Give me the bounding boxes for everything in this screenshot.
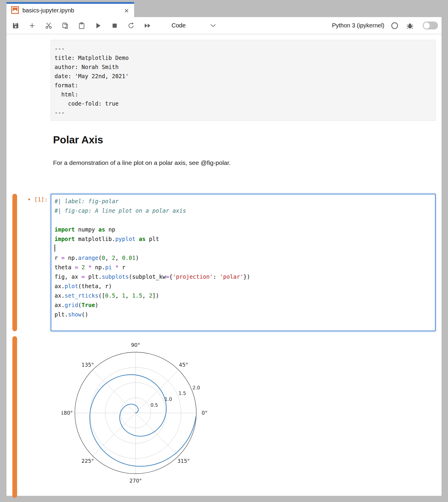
svg-text:90°: 90° bbox=[131, 342, 140, 348]
svg-text:315°: 315° bbox=[177, 458, 190, 464]
svg-text:0°: 0° bbox=[202, 410, 207, 416]
paste-icon[interactable] bbox=[77, 21, 86, 30]
execution-prompt: • [1]: bbox=[6, 196, 48, 203]
interrupt-button[interactable] bbox=[110, 21, 119, 30]
chevron-down-icon[interactable] bbox=[209, 21, 218, 30]
notebook-icon bbox=[11, 6, 19, 15]
svg-text:225°: 225° bbox=[81, 458, 94, 464]
cut-icon[interactable] bbox=[44, 21, 53, 30]
polar-plot-output: 0°45°90°135°180°225°270°315°0.51.01.52.0 bbox=[62, 336, 209, 493]
raw-yaml-cell[interactable]: --- title: Matplotlib Demo author: Norah… bbox=[51, 40, 436, 121]
debugger-bug-icon[interactable] bbox=[406, 21, 414, 30]
cell-type-dropdown[interactable]: Code bbox=[172, 22, 186, 29]
markdown-paragraph: For a demonstration of a line plot on a … bbox=[53, 159, 231, 166]
output-collapser[interactable] bbox=[12, 336, 17, 498]
kernel-status-icon bbox=[390, 21, 399, 30]
save-button[interactable] bbox=[11, 21, 20, 30]
tab-title: basics-jupyter.ipynb bbox=[22, 7, 123, 14]
kernel-name[interactable]: Python 3 (ipykernel) bbox=[332, 22, 384, 29]
code-cell-editor[interactable]: #| label: fig-polar#| fig-cap: A line pl… bbox=[51, 194, 436, 331]
notebook-toolbar: Code Python 3 (ipykernel) bbox=[6, 17, 442, 34]
svg-text:2.0: 2.0 bbox=[192, 385, 200, 391]
copy-icon[interactable] bbox=[61, 21, 70, 30]
input-collapser[interactable] bbox=[12, 194, 17, 331]
toggle-knob bbox=[424, 22, 430, 29]
svg-text:270°: 270° bbox=[129, 478, 142, 484]
run-button[interactable] bbox=[94, 21, 103, 30]
notebook-content: --- title: Matplotlib Demo author: Norah… bbox=[6, 34, 442, 496]
markdown-heading: Polar Axis bbox=[53, 134, 103, 146]
restart-run-all-button[interactable] bbox=[143, 21, 152, 30]
text-caret bbox=[55, 245, 55, 252]
simple-mode-toggle[interactable] bbox=[423, 22, 438, 29]
insert-cell-button[interactable] bbox=[28, 21, 37, 30]
svg-text:1.5: 1.5 bbox=[179, 391, 186, 396]
svg-text:45°: 45° bbox=[179, 362, 188, 368]
svg-text:180°: 180° bbox=[62, 410, 73, 416]
svg-text:0.5: 0.5 bbox=[151, 402, 158, 408]
tab-close-icon[interactable]: × bbox=[123, 7, 130, 14]
notebook-tab[interactable]: basics-jupyter.ipynb × bbox=[6, 2, 134, 17]
restart-kernel-button[interactable] bbox=[127, 21, 136, 30]
svg-text:135°: 135° bbox=[81, 362, 94, 368]
svg-text:1.0: 1.0 bbox=[164, 396, 172, 402]
